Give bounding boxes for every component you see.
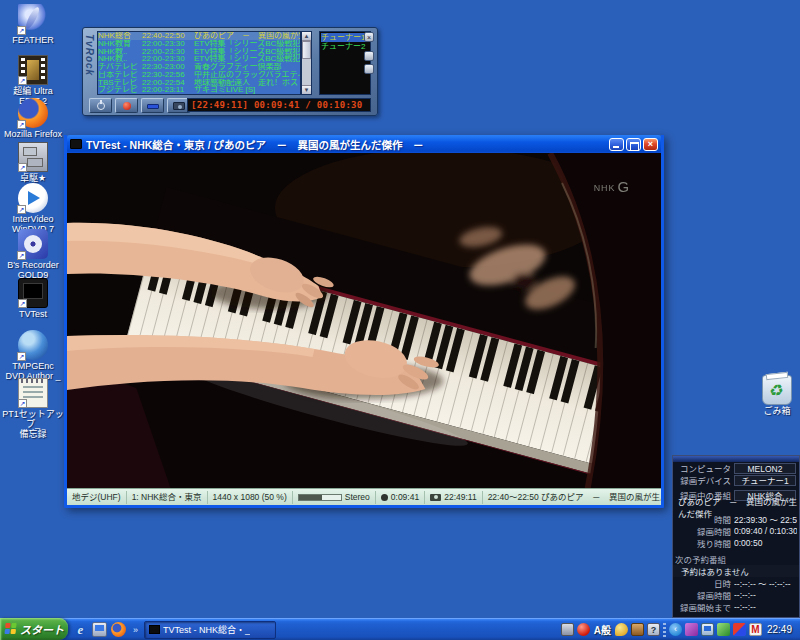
close-icon[interactable]: ×: [364, 32, 374, 42]
feather-icon: ↗: [18, 4, 48, 34]
ime-mode-indicator[interactable]: A般: [593, 622, 612, 637]
record-elapsed: 0:09:41: [391, 491, 419, 504]
desktop-icon-bsrecorder[interactable]: ↗ B's Recorder GOLD9: [2, 229, 64, 280]
program-guide-list[interactable]: NHK総合22:40-22:50ぴあのピア － 異国の風が生ん.. NHK教育2…: [97, 31, 301, 95]
program-channel: NHK教..: [98, 55, 142, 63]
record-dot-icon: [381, 494, 388, 501]
taskbar: スタート e » TVTest - NHK総合・_ A般 ? ‹ M: [0, 618, 800, 640]
desktop-icon-takku[interactable]: ↗ 卓駆★: [2, 142, 64, 183]
clock-status: 22:49:11: [425, 491, 482, 504]
program-title: ぴあのピア － 異国の風が生ん..: [194, 32, 300, 40]
remain-value: 0:00:50: [734, 538, 797, 548]
ime-palette-icon[interactable]: [615, 623, 628, 636]
shortcut-arrow-icon: ↗: [17, 251, 26, 260]
program-title: 中井正広のブラックバラエティ: [194, 71, 300, 79]
option-button[interactable]: [364, 51, 374, 61]
desktop: ↗ FEATHER ↗ 超編 Ultra EDIT 2 ↗ Mozilla Fi…: [0, 0, 800, 640]
scrollbar-thumb[interactable]: [302, 41, 311, 59]
tvrock-widget[interactable]: TvRock NHK総合22:40-22:50ぴあのピア － 異国の風が生ん..…: [82, 27, 378, 116]
desktop-icon-tvtest[interactable]: ↗ TVTest: [2, 278, 64, 319]
tuner-app-button[interactable]: [141, 98, 164, 113]
program-title: ETV特集「シリーズBC級戦犯」(..: [194, 55, 300, 63]
desktop-icon-firefox[interactable]: ↗ Mozilla Firefox: [2, 98, 64, 139]
tray-app-icon-4[interactable]: [733, 623, 746, 636]
program-list-scrollbar[interactable]: ▲ ▼: [301, 31, 312, 95]
device-label: 録画デバイス: [675, 474, 731, 486]
ime-help-keyboard-icon[interactable]: ?: [647, 623, 660, 636]
program-channel: 日本テレビ: [98, 71, 142, 79]
quicklaunch-overflow-chevron[interactable]: »: [131, 625, 140, 635]
datetime-value: --:--:-- ～ --:--:--: [734, 577, 797, 589]
taskbar-clock[interactable]: 22:49: [765, 624, 795, 635]
icon-label: 卓駆★: [2, 173, 64, 183]
volume-slider[interactable]: [298, 494, 342, 501]
tray-app-icon-m[interactable]: M: [749, 623, 762, 636]
icon-label: ごみ箱: [746, 406, 800, 416]
desktop-icon-tmpgenc[interactable]: ↗ TMPGEnc DVD Author _: [2, 330, 64, 381]
option-button[interactable]: [364, 64, 374, 74]
language-bar-icon[interactable]: [561, 623, 574, 636]
record-button[interactable]: [115, 98, 138, 113]
channel-name[interactable]: 1: NHK総合・東京: [127, 491, 208, 504]
ime-red-ball-icon[interactable]: [577, 623, 590, 636]
record-status[interactable]: 0:09:41: [376, 491, 425, 504]
window-title: TVTest - NHK総合・東京 / ぴあのピア － 異国の風が生んだ傑作 －: [86, 137, 609, 152]
tvtest-window: TVTest - NHK総合・東京 / ぴあのピア － 異国の風が生んだ傑作 －…: [64, 135, 664, 508]
program-channel: NHK総合: [98, 32, 142, 40]
program-row[interactable]: NHK総合22:40-22:50ぴあのピア － 異国の風が生ん..: [98, 32, 300, 40]
windvd-play-icon: ↗: [18, 183, 48, 213]
program-row[interactable]: NHK教育22:00-23:30ETV特集「シリーズBC級戦犯」(..: [98, 40, 300, 48]
tray-app-icon-3[interactable]: [717, 623, 730, 636]
tvtest-titlebar[interactable]: TVTest - NHK総合・東京 / ぴあのピア － 異国の風が生んだ傑作 －…: [67, 135, 661, 153]
program-row[interactable]: 日本テレビ22:30-22:56中井正広のブラックバラエティ: [98, 71, 300, 79]
recycle-bin-icon: ♻: [762, 375, 792, 405]
program-title: ETV特集「シリーズBC級戦犯」(..: [194, 48, 300, 56]
rectime-value: --:--:--: [734, 590, 797, 600]
program-row[interactable]: TBSテレビ22:00-22:54地球感動配達人 走れ！ポスト..: [98, 79, 300, 87]
tray-app-icon-1[interactable]: [685, 623, 698, 636]
program-info: 22:40～22:50 ぴあのピア － 異国の風が生んだ傑作: [483, 491, 661, 504]
tvtest-task-button[interactable]: TVTest - NHK総合・_: [144, 621, 276, 639]
minimize-button[interactable]: [609, 138, 624, 151]
tray-drag-handle[interactable]: [663, 623, 666, 637]
current-time: 22:49:11: [444, 491, 476, 504]
system-tray: A般 ? ‹ M 22:49: [561, 622, 800, 637]
program-time: 22:00-23:30: [142, 48, 194, 56]
program-row[interactable]: NHK教..22:00-23:30ETV特集「シリーズBC級戦犯」(..: [98, 55, 300, 63]
tray-app-icon-2[interactable]: [701, 623, 714, 636]
computer-label: コンピュータ: [675, 462, 731, 474]
program-row[interactable]: フジテレビ22:00-23:11サキヨミLIVE [S]: [98, 86, 300, 94]
ime-tools-icon[interactable]: [631, 623, 644, 636]
program-row[interactable]: チバテレビ22:30-23:00青春グラフティー倶楽部: [98, 63, 300, 71]
program-time: 22:30-23:00: [142, 63, 194, 71]
firefox-quicklaunch-icon[interactable]: [111, 622, 126, 637]
volume-control[interactable]: Stereo: [293, 491, 376, 504]
desktop-icon-windvd[interactable]: ↗ InterVideo WinDVD 7: [2, 183, 64, 234]
program-title: ETV特集「シリーズBC級戦犯」(..: [194, 40, 300, 48]
program-row[interactable]: NHK教..22:00-23:30ETV特集「シリーズBC級戦犯」(..: [98, 48, 300, 56]
maximize-button[interactable]: [626, 138, 641, 151]
recycle-bin[interactable]: ♻ ごみ箱: [746, 375, 800, 416]
hide-tray-icons-chevron[interactable]: ‹: [669, 623, 682, 636]
close-button[interactable]: ×: [643, 138, 658, 151]
firefox-icon: ↗: [18, 98, 48, 128]
internet-explorer-icon[interactable]: e: [73, 622, 88, 637]
tuner-item[interactable]: チューナー2: [321, 42, 369, 51]
tuner-item[interactable]: チューナー1: [321, 33, 369, 42]
program-title: サキヨミLIVE [S]: [194, 86, 300, 94]
video-area[interactable]: NHKG: [67, 153, 661, 488]
scroll-down-icon[interactable]: ▼: [302, 85, 311, 94]
power-button[interactable]: [89, 98, 112, 113]
desktop-icon-pt1-memo[interactable]: ↗ PT1セットアップ_ 備忘録: [2, 378, 64, 439]
time-range: 22:39:30 ～ 22:50:00: [734, 513, 797, 525]
tuner-app-icon: [147, 104, 159, 109]
signal-type[interactable]: 地デジ(UHF): [67, 491, 127, 504]
task-button-label: TVTest - NHK総合・_: [163, 623, 250, 636]
scroll-up-icon[interactable]: ▲: [302, 32, 311, 41]
desktop-icon-feather[interactable]: ↗ FEATHER: [2, 4, 64, 45]
tvtest-app-icon: [70, 139, 82, 149]
computer-value: MELON2: [734, 463, 796, 474]
start-button[interactable]: スタート: [0, 618, 68, 640]
show-desktop-icon[interactable]: [92, 622, 107, 637]
elapsed-value: 0:09:40 / 0:10:30: [734, 526, 797, 536]
